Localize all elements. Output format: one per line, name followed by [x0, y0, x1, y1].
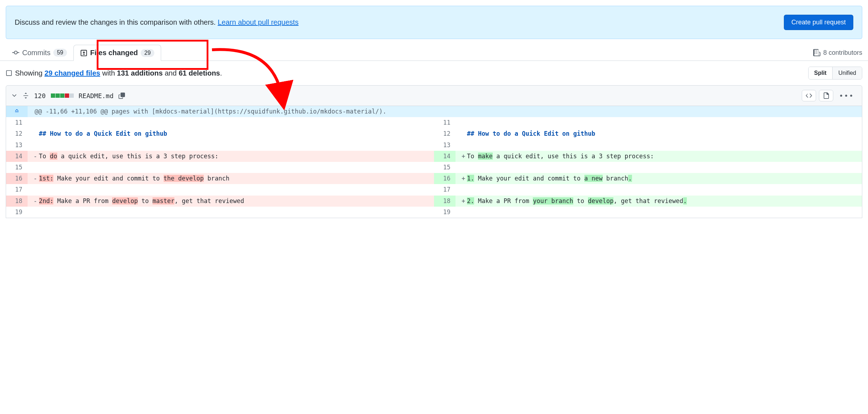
code-old [28, 117, 434, 128]
filename: README.md [79, 92, 114, 100]
code-new [455, 140, 862, 151]
code-new [455, 162, 862, 173]
summary-mid2: and [163, 69, 178, 77]
hunk-header-row: @@ -11,66 +11,106 @@ pages with [mkdocs-… [6, 106, 862, 117]
code-new: +To make a quick edit, use this is a 3 s… [455, 151, 862, 162]
tab-files-changed[interactable]: Files changed 29 [73, 45, 161, 61]
diff-row: 1919 [6, 207, 862, 218]
commits-icon [12, 49, 19, 56]
view-source-button[interactable] [802, 90, 816, 101]
summary-end: . [220, 69, 222, 77]
code-new: ## How to do a Quick Edit on github [455, 128, 862, 139]
line-number-new[interactable]: 15 [434, 162, 455, 173]
line-number-new[interactable]: 13 [434, 140, 455, 151]
code-new: +2. Make a PR from your branch to develo… [455, 196, 862, 207]
tab-commits-count: 59 [53, 49, 67, 57]
summary-row: Showing 29 changed files with 131 additi… [0, 61, 868, 85]
code-old [28, 140, 434, 151]
tab-commits-label: Commits [22, 49, 50, 57]
diff-row: 18-2nd: Make a PR from develop to master… [6, 196, 862, 207]
line-number-new[interactable]: 17 [434, 184, 455, 195]
summary-additions: 131 additions [117, 69, 163, 77]
code-old: -2nd: Make a PR from develop to master, … [28, 196, 434, 207]
tab-commits[interactable]: Commits 59 [6, 45, 73, 61]
diff-row: 1313 [6, 140, 862, 151]
diff-row: 1111 [6, 117, 862, 128]
contributors[interactable]: 8 contributors [813, 49, 862, 57]
line-number-old[interactable]: 15 [6, 162, 28, 173]
line-number-old[interactable]: 19 [6, 207, 28, 218]
line-number-new[interactable]: 18 [434, 196, 455, 207]
diff-table: @@ -11,66 +11,106 @@ pages with [mkdocs-… [6, 106, 862, 218]
line-number-old[interactable]: 14 [6, 151, 28, 162]
diff-stat-squares [51, 93, 74, 98]
tab-files-label: Files changed [90, 49, 138, 57]
view-rendered-button[interactable] [819, 90, 833, 101]
diff-row: 1717 [6, 184, 862, 195]
summary-showing: Showing [15, 69, 44, 77]
contributors-label: 8 contributors [823, 49, 862, 57]
line-number-new[interactable]: 12 [434, 128, 455, 139]
organization-icon [813, 49, 820, 56]
code-new [455, 207, 862, 218]
line-number-new[interactable]: 19 [434, 207, 455, 218]
line-number-new[interactable]: 16 [434, 173, 455, 184]
alert-text: Discuss and review the changes in this c… [15, 18, 299, 27]
kebab-menu[interactable]: ••• [836, 89, 857, 102]
summary-text: Showing 29 changed files with 131 additi… [6, 69, 222, 77]
line-number-new[interactable]: 14 [434, 151, 455, 162]
code-new [455, 117, 862, 128]
line-number-old[interactable]: 16 [6, 173, 28, 184]
line-number-old[interactable]: 12 [6, 128, 28, 139]
line-number-old[interactable]: 13 [6, 140, 28, 151]
tabs-row: Commits 59 Files changed 29 8 contributo… [0, 45, 868, 61]
code-old [28, 207, 434, 218]
copy-icon[interactable] [119, 92, 125, 99]
line-number-old[interactable]: 11 [6, 117, 28, 128]
code-old: ## How to do a Quick Edit on github [28, 128, 434, 139]
code-old [28, 184, 434, 195]
diff-view-toggle: Split Unified [808, 67, 862, 80]
hunk-header-text: @@ -11,66 +11,106 @@ pages with [mkdocs-… [28, 106, 862, 117]
diff-row: 14-To do a quick edit, use this is a 3 s… [6, 151, 862, 162]
code-new [455, 184, 862, 195]
code-new: +1. Make your edit and commit to a new b… [455, 173, 862, 184]
line-number-old[interactable]: 18 [6, 196, 28, 207]
file-line-count: 120 [34, 92, 46, 100]
code-old: -To do a quick edit, use this is a 3 ste… [28, 151, 434, 162]
file-header: 120 README.md ••• [6, 85, 862, 106]
changed-files-link[interactable]: 29 changed files [44, 69, 100, 77]
summary-deletions: 61 deletions [179, 69, 220, 77]
file-icon [823, 92, 829, 99]
diff-row: 1515 [6, 162, 862, 173]
create-pr-button[interactable]: Create pull request [784, 15, 853, 30]
diff-row: 16-1st: Make your edit and commit to the… [6, 173, 862, 184]
code-old [28, 162, 434, 173]
file-actions: ••• [802, 89, 857, 102]
code-icon [806, 92, 812, 99]
expand-up-button[interactable] [6, 106, 28, 117]
split-view-button[interactable]: Split [809, 67, 833, 79]
tab-files-count: 29 [141, 49, 154, 57]
summary-mid1: with [100, 69, 117, 77]
diff-icon [80, 49, 87, 57]
expand-all-icon[interactable] [23, 92, 29, 99]
diff-row: 12 ## How to do a Quick Edit on github12… [6, 128, 862, 139]
alert-text-before: Discuss and review the changes in this c… [15, 18, 218, 26]
chevron-down-icon[interactable] [11, 92, 18, 99]
unified-view-button[interactable]: Unified [833, 67, 862, 79]
file-diff-icon [6, 70, 12, 76]
pr-alert-banner: Discuss and review the changes in this c… [6, 6, 862, 39]
line-number-old[interactable]: 17 [6, 184, 28, 195]
learn-pr-link[interactable]: Learn about pull requests [218, 18, 299, 26]
code-old: -1st: Make your edit and commit to the d… [28, 173, 434, 184]
line-number-new[interactable]: 11 [434, 117, 455, 128]
